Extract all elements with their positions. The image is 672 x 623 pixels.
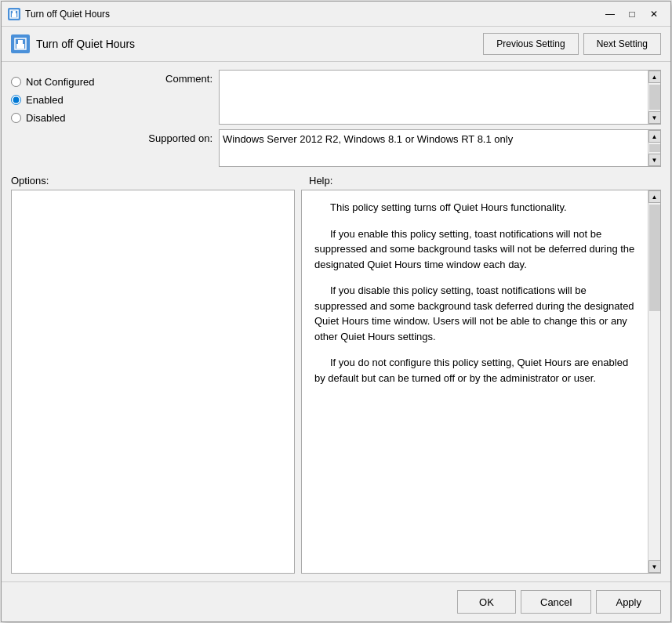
header-title: Turn off Quiet Hours (36, 38, 483, 50)
disabled-label: Disabled (26, 112, 66, 124)
title-bar-controls: — □ ✕ (600, 6, 664, 22)
help-para-1: This policy setting turns off Quiet Hour… (314, 200, 635, 216)
svg-rect-5 (18, 40, 23, 44)
supported-scroll-down[interactable]: ▼ (648, 154, 661, 166)
title-bar-icon (8, 8, 20, 20)
svg-rect-4 (16, 44, 24, 49)
comment-row: Comment: ▲ ▼ (140, 70, 661, 125)
header-buttons: Previous Setting Next Setting (483, 33, 661, 55)
maximize-button[interactable]: □ (622, 6, 642, 22)
main-content: Not Configured Enabled Disabled Comm (2, 62, 670, 581)
supported-scrollbar: ▲ ▼ (648, 130, 660, 166)
supported-box-container: Windows Server 2012 R2, Windows 8.1 or W… (219, 129, 661, 167)
previous-setting-button[interactable]: Previous Setting (483, 33, 578, 55)
enabled-radio[interactable]: Enabled (11, 94, 140, 106)
supported-label: Supported on: (140, 129, 219, 144)
help-panel: This policy setting turns off Quiet Hour… (301, 190, 661, 574)
comment-box-container: ▲ ▼ (219, 70, 661, 125)
help-scroll-thumb (649, 205, 660, 311)
header-area: Turn off Quiet Hours Previous Setting Ne… (2, 27, 670, 62)
title-bar: Turn off Quiet Hours — □ ✕ (2, 2, 670, 27)
disabled-radio[interactable]: Disabled (11, 112, 140, 124)
comment-box: ▲ ▼ (219, 70, 661, 125)
right-panel: Comment: ▲ ▼ Support (140, 70, 661, 167)
minimize-button[interactable]: — (600, 6, 620, 22)
header-icon (11, 34, 30, 53)
help-scrollbar: ▲ ▼ (648, 190, 660, 573)
close-button[interactable]: ✕ (644, 6, 664, 22)
help-scroll-up[interactable]: ▲ (648, 190, 661, 203)
help-section-label: Help: (301, 175, 661, 187)
supported-scroll-thumb (649, 144, 660, 152)
enabled-label: Enabled (26, 94, 64, 106)
not-configured-label: Not Configured (26, 76, 94, 88)
panels-row: This policy setting turns off Quiet Hour… (11, 190, 661, 574)
svg-rect-2 (13, 11, 16, 13)
help-para-4: If you do not configure this policy sett… (314, 355, 635, 386)
help-para-3: If you disable this policy setting, toas… (314, 283, 635, 344)
svg-rect-1 (12, 13, 16, 17)
help-scroll-down[interactable]: ▼ (648, 560, 661, 573)
supported-scroll-up[interactable]: ▲ (648, 130, 661, 143)
comment-scroll-thumb (649, 85, 660, 110)
comment-label: Comment: (140, 70, 219, 85)
enabled-input[interactable] (11, 95, 21, 105)
top-section: Not Configured Enabled Disabled Comm (11, 70, 661, 167)
next-setting-button[interactable]: Next Setting (583, 33, 661, 55)
help-para-2: If you enable this policy setting, toast… (314, 226, 635, 273)
radio-group: Not Configured Enabled Disabled (11, 76, 140, 124)
cancel-button[interactable]: Cancel (521, 590, 591, 614)
title-bar-text: Turn off Quiet Hours (25, 9, 600, 20)
footer: OK Cancel Apply (2, 581, 670, 621)
supported-box: Windows Server 2012 R2, Windows 8.1 or W… (219, 129, 661, 167)
comment-input[interactable] (220, 71, 648, 124)
disabled-input[interactable] (11, 113, 21, 123)
section-headers: Options: Help: (11, 175, 661, 187)
comment-scroll-down[interactable]: ▼ (648, 111, 661, 124)
not-configured-radio[interactable]: Not Configured (11, 76, 140, 88)
help-content: This policy setting turns off Quiet Hour… (302, 190, 648, 573)
ok-button[interactable]: OK (457, 590, 516, 614)
comment-scrollbar: ▲ ▼ (648, 71, 660, 124)
options-section-label: Options: (11, 175, 301, 187)
comment-scroll-up[interactable]: ▲ (648, 71, 661, 83)
dialog-window: Turn off Quiet Hours — □ ✕ Turn off Quie… (1, 1, 671, 622)
options-panel (11, 190, 295, 574)
not-configured-input[interactable] (11, 77, 21, 87)
apply-button[interactable]: Apply (596, 590, 661, 614)
supported-row: Supported on: Windows Server 2012 R2, Wi… (140, 129, 661, 167)
bottom-section: Options: Help: This policy setting turns… (11, 175, 661, 574)
supported-value: Windows Server 2012 R2, Windows 8.1 or W… (220, 130, 648, 166)
left-panel: Not Configured Enabled Disabled (11, 70, 140, 167)
